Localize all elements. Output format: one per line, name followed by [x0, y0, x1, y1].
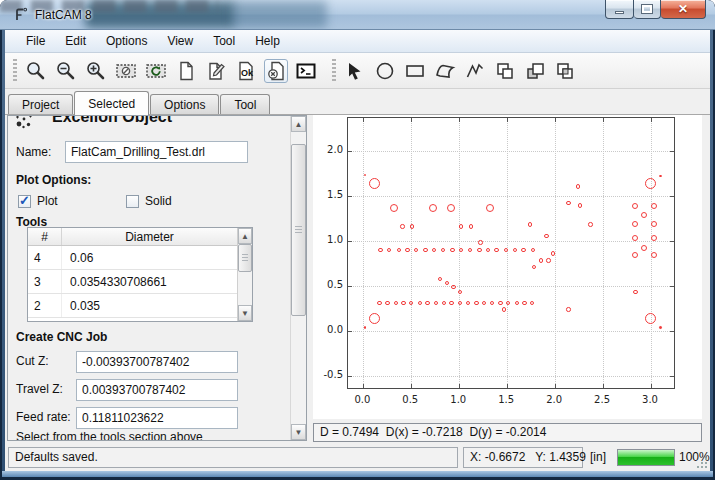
cutz-input[interactable]: [76, 351, 238, 373]
zoom-out-button[interactable]: [54, 59, 78, 83]
drill-point: [369, 313, 380, 324]
close-button[interactable]: ✕: [661, 0, 706, 19]
tab-options[interactable]: Options: [150, 94, 219, 114]
plot-checkbox[interactable]: [18, 195, 31, 208]
pointer-tool-button[interactable]: [343, 59, 367, 83]
status-message: Defaults saved.: [8, 447, 458, 468]
replot-button[interactable]: [144, 59, 168, 83]
zoom-in-icon: [85, 60, 107, 82]
drill-point: [651, 235, 657, 241]
menu-help[interactable]: Help: [246, 31, 289, 51]
app-logo-icon[interactable]: [12, 6, 29, 26]
minimize-button[interactable]: [605, 0, 634, 19]
tool-diameter: 0.0354330708661: [62, 270, 237, 293]
clear-plot-button[interactable]: [114, 59, 138, 83]
intersect-button[interactable]: [553, 59, 577, 83]
tab-tool[interactable]: Tool: [220, 94, 270, 114]
menu-options[interactable]: Options: [97, 31, 156, 51]
scroll-down-icon[interactable]: ▼: [238, 305, 252, 321]
drill-point: [544, 234, 548, 238]
column-header-diameter[interactable]: Diameter: [62, 228, 237, 245]
drill-point: [390, 204, 398, 212]
drill-point: [494, 248, 498, 252]
draw-circle-button[interactable]: [373, 59, 397, 83]
drill-point: [632, 252, 638, 258]
plot-options-label: Plot Options:: [16, 173, 91, 187]
titlebar[interactable]: FlatCAM 8 ✕: [0, 0, 715, 30]
feedrate-input[interactable]: [76, 407, 238, 429]
new-project-button[interactable]: [174, 59, 198, 83]
zoom-in-button[interactable]: [84, 59, 108, 83]
drill-point: [434, 301, 438, 305]
drill-point: [645, 313, 656, 324]
menu-view[interactable]: View: [158, 31, 202, 51]
toolbar-grip[interactable]: [332, 59, 336, 83]
drill-point: [645, 178, 656, 189]
drill-point: [651, 203, 657, 209]
name-label: Name:: [16, 145, 51, 159]
drill-point: [659, 326, 661, 328]
new-file-icon: [175, 60, 197, 82]
drill-point: [409, 301, 413, 305]
drill-point: [410, 224, 414, 228]
menu-edit[interactable]: Edit: [56, 31, 95, 51]
solid-checkbox[interactable]: [126, 195, 139, 208]
draw-rectangle-button[interactable]: [403, 59, 427, 83]
menu-file[interactable]: File: [17, 31, 54, 51]
resize-grip[interactable]: [696, 457, 708, 469]
intersect-icon: [554, 60, 576, 82]
table-scrollbar[interactable]: ▲ ▼: [237, 228, 252, 321]
draw-polygon-button[interactable]: [433, 59, 457, 83]
panel-scrollbar[interactable]: ▲ ▼: [290, 116, 306, 440]
plot-canvas[interactable]: 0.00.51.01.52.02.53.0-0.50.00.51.01.52.0: [313, 115, 702, 419]
scroll-down-icon[interactable]: ▼: [291, 424, 306, 440]
table-scrollbar-thumb[interactable]: [238, 244, 252, 272]
delete-object-button[interactable]: [264, 59, 288, 83]
edit-object-button[interactable]: [204, 59, 228, 83]
name-input[interactable]: [65, 141, 248, 163]
accept-object-button[interactable]: Ok: [234, 59, 258, 83]
drill-point: [441, 248, 445, 252]
zoom-fit-icon: [25, 60, 47, 82]
table-row[interactable]: 4 0.06: [28, 246, 237, 270]
clear-plot-icon: [115, 60, 137, 82]
drill-point: [486, 248, 490, 252]
scroll-up-icon[interactable]: ▲: [291, 116, 306, 132]
toolbar-grip[interactable]: [13, 59, 17, 83]
drill-point: [451, 285, 455, 289]
menu-tool[interactable]: Tool: [204, 31, 244, 51]
drill-point: [566, 307, 570, 311]
travelz-label: Travel Z:: [16, 382, 63, 396]
table-row[interactable]: 2 0.035: [28, 294, 237, 318]
draw-polyline-button[interactable]: [463, 59, 487, 83]
maximize-button[interactable]: [634, 0, 661, 19]
travelz-input[interactable]: [76, 379, 238, 401]
column-header-number[interactable]: #: [28, 228, 62, 245]
drill-point: [522, 301, 526, 305]
subtract-button[interactable]: [523, 59, 547, 83]
panel-scrollbar-thumb[interactable]: [291, 144, 306, 316]
drill-point: [400, 224, 404, 228]
plot-checkbox-label[interactable]: Plot: [37, 194, 58, 208]
table-row[interactable]: 3 0.0354330708661: [28, 270, 237, 294]
drill-point: [432, 248, 436, 252]
drill-point: [482, 301, 486, 305]
zoom-fit-button[interactable]: [24, 59, 48, 83]
union-button[interactable]: [493, 59, 517, 83]
edit-file-icon: [205, 60, 227, 82]
drill-point: [387, 248, 391, 252]
drill-point: [447, 204, 455, 212]
window-border-right: [710, 30, 713, 474]
drill-point: [364, 326, 366, 328]
tab-project[interactable]: Project: [8, 94, 73, 114]
progress-bar: [617, 449, 675, 466]
drill-point: [414, 248, 418, 252]
polygon-icon: [434, 60, 456, 82]
tool-number: 2: [28, 294, 62, 317]
drill-point: [530, 301, 534, 305]
tab-selected[interactable]: Selected: [74, 91, 149, 115]
command-shell-button[interactable]: [294, 59, 318, 83]
scroll-up-icon[interactable]: ▲: [238, 228, 252, 244]
plot-axes-frame: [347, 117, 675, 389]
solid-checkbox-label[interactable]: Solid: [145, 194, 172, 208]
